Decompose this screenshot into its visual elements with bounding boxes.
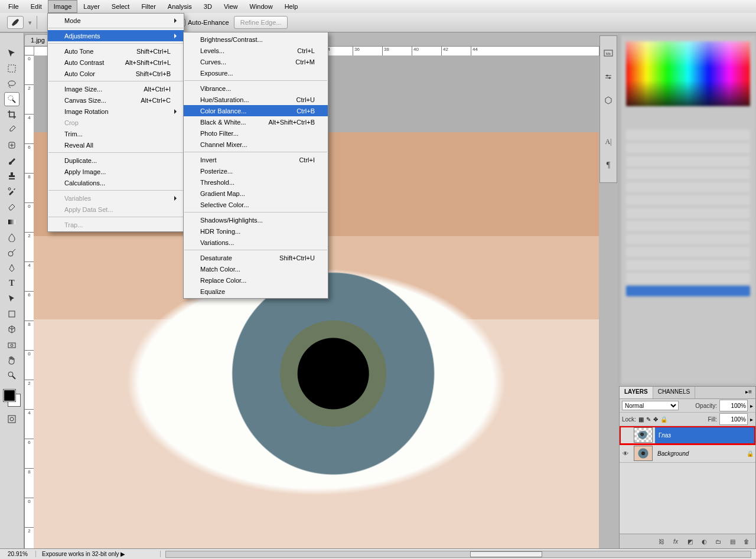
lock-all-icon[interactable]: 🔒: [660, 416, 667, 423]
character-panel-icon[interactable]: A|: [603, 136, 614, 147]
menuitem-color-balance[interactable]: Color Balance...Ctrl+B: [184, 105, 328, 116]
menuitem-apply-image[interactable]: Apply Image...: [48, 166, 184, 177]
menu-select[interactable]: Select: [106, 0, 136, 13]
layer-group-icon[interactable]: 🗀: [713, 537, 724, 546]
shape-tool-icon[interactable]: [4, 307, 19, 321]
menuitem-auto-contrast[interactable]: Auto ContrastAlt+Shift+Ctrl+L: [48, 57, 184, 68]
3d-tool-icon[interactable]: [4, 322, 19, 336]
menu-analysis[interactable]: Analysis: [162, 0, 198, 13]
menuitem-hdr-toning[interactable]: HDR Toning...: [184, 225, 328, 237]
menuitem-mode[interactable]: Mode: [48, 15, 184, 26]
link-layers-icon[interactable]: ⛓: [656, 537, 667, 546]
menu-3d[interactable]: 3D: [198, 0, 218, 13]
layer-row[interactable]: Глаз: [620, 426, 755, 444]
delete-layer-icon[interactable]: 🗑: [741, 537, 752, 546]
menuitem-levels[interactable]: Levels...Ctrl+L: [184, 45, 328, 56]
layer-name[interactable]: Background: [655, 450, 745, 457]
lock-position-icon[interactable]: ✥: [653, 416, 658, 423]
refine-edge-button[interactable]: Refine Edge...: [234, 16, 288, 29]
brush-preset-icon[interactable]: [7, 16, 24, 29]
menuitem-threshold[interactable]: Threshold...: [184, 176, 328, 188]
brush-tool-icon[interactable]: [4, 153, 19, 168]
quick-mask-icon[interactable]: [4, 412, 19, 426]
menuitem-variations[interactable]: Variations...: [184, 237, 328, 248]
visibility-icon[interactable]: 👁: [620, 450, 631, 457]
color-swatches[interactable]: [4, 390, 20, 406]
styles-panel-icon[interactable]: [603, 95, 614, 106]
move-tool-icon[interactable]: [4, 46, 19, 60]
camera-tool-icon[interactable]: [4, 338, 19, 352]
marquee-tool-icon[interactable]: [4, 61, 19, 76]
menuitem-curves[interactable]: Curves...Ctrl+M: [184, 56, 328, 67]
lock-pixels-icon[interactable]: ✎: [646, 416, 651, 423]
pen-tool-icon[interactable]: [4, 261, 19, 275]
hand-tool-icon[interactable]: [4, 353, 19, 367]
stamp-tool-icon[interactable]: [4, 169, 19, 183]
menuitem-channel-mixer[interactable]: Channel Mixer...: [184, 139, 328, 150]
menuitem-gradient-map[interactable]: Gradient Map...: [184, 188, 328, 199]
layers-tab[interactable]: LAYERS: [620, 387, 653, 398]
menuitem-photo-filter[interactable]: Photo Filter...: [184, 128, 328, 139]
zoom-tool-icon[interactable]: [4, 368, 19, 383]
menuitem-canvas-size[interactable]: Canvas Size...Alt+Ctrl+C: [48, 94, 184, 106]
menuitem-image-size[interactable]: Image Size...Alt+Ctrl+I: [48, 83, 184, 94]
layer-style-icon[interactable]: fx: [670, 537, 681, 546]
menuitem-image-rotation[interactable]: Image Rotation: [48, 106, 184, 117]
lasso-tool-icon[interactable]: [4, 77, 19, 91]
menu-layer[interactable]: Layer: [77, 0, 106, 13]
layer-thumbnail[interactable]: [634, 427, 653, 443]
history-brush-tool-icon[interactable]: [4, 184, 19, 198]
crop-tool-icon[interactable]: [4, 107, 19, 122]
menuitem-vibrance[interactable]: Vibrance...: [184, 83, 328, 94]
blend-mode-select[interactable]: Normal: [622, 401, 679, 410]
panel-menu-icon[interactable]: ▸≡: [742, 387, 755, 398]
menuitem-selective-color[interactable]: Selective Color...: [184, 199, 328, 210]
channels-tab[interactable]: CHANNELS: [653, 387, 695, 398]
menuitem-reveal-all[interactable]: Reveal All: [48, 139, 184, 151]
lock-transparency-icon[interactable]: ▦: [638, 416, 644, 423]
layer-mask-icon[interactable]: ◩: [685, 537, 695, 546]
menu-file[interactable]: File: [2, 0, 25, 13]
menuitem-hue-saturation[interactable]: Hue/Saturation...Ctrl+U: [184, 94, 328, 105]
gradient-tool-icon[interactable]: [4, 215, 19, 229]
zoom-level[interactable]: 20.91%: [0, 551, 36, 557]
path-selection-tool-icon[interactable]: [4, 292, 19, 306]
adjustment-layer-icon[interactable]: ◐: [699, 537, 709, 546]
layer-row[interactable]: 👁Background🔒: [620, 444, 755, 463]
eraser-tool-icon[interactable]: [4, 200, 19, 214]
fill-input[interactable]: [719, 413, 748, 425]
quick-selection-tool-icon[interactable]: [4, 92, 19, 106]
chevron-down-icon[interactable]: ▸: [750, 403, 753, 409]
type-tool-icon[interactable]: T: [4, 276, 19, 290]
menuitem-posterize[interactable]: Posterize...: [184, 165, 328, 176]
opacity-input[interactable]: [719, 400, 748, 411]
auto-enhance-checkbox[interactable]: Auto-Enhance: [178, 19, 229, 27]
menuitem-equalize[interactable]: Equalize: [184, 286, 328, 297]
layer-name[interactable]: Глаз: [655, 426, 755, 444]
menu-filter[interactable]: Filter: [135, 0, 161, 13]
menuitem-auto-tone[interactable]: Auto ToneShift+Ctrl+L: [48, 45, 184, 57]
menu-edit[interactable]: Edit: [25, 0, 48, 13]
menu-image[interactable]: Image: [48, 0, 78, 13]
menuitem-trim[interactable]: Trim...: [48, 128, 184, 139]
menu-view[interactable]: View: [218, 0, 244, 13]
blur-tool-icon[interactable]: [4, 230, 19, 244]
menu-window[interactable]: Window: [244, 0, 279, 13]
healing-brush-tool-icon[interactable]: [4, 138, 19, 152]
eyedropper-tool-icon[interactable]: [4, 123, 19, 137]
menuitem-replace-color[interactable]: Replace Color...: [184, 274, 328, 286]
menuitem-adjustments[interactable]: Adjustments: [48, 30, 184, 41]
dodge-tool-icon[interactable]: [4, 246, 19, 260]
paragraph-panel-icon[interactable]: ¶: [603, 160, 614, 171]
menu-help[interactable]: Help: [279, 0, 304, 13]
menuitem-auto-color[interactable]: Auto ColorShift+Ctrl+B: [48, 68, 184, 79]
menuitem-shadows-highlights[interactable]: Shadows/Highlights...: [184, 214, 328, 225]
chevron-down-icon[interactable]: ▸: [750, 416, 753, 423]
layer-thumbnail[interactable]: [634, 446, 653, 461]
menuitem-duplicate[interactable]: Duplicate...: [48, 155, 184, 166]
adjustments-panel-icon[interactable]: [603, 71, 614, 82]
menuitem-desaturate[interactable]: DesaturateShift+Ctrl+U: [184, 252, 328, 263]
mini-bridge-icon[interactable]: Mb: [603, 48, 614, 58]
menuitem-match-color[interactable]: Match Color...: [184, 263, 328, 274]
menuitem-invert[interactable]: InvertCtrl+I: [184, 154, 328, 165]
